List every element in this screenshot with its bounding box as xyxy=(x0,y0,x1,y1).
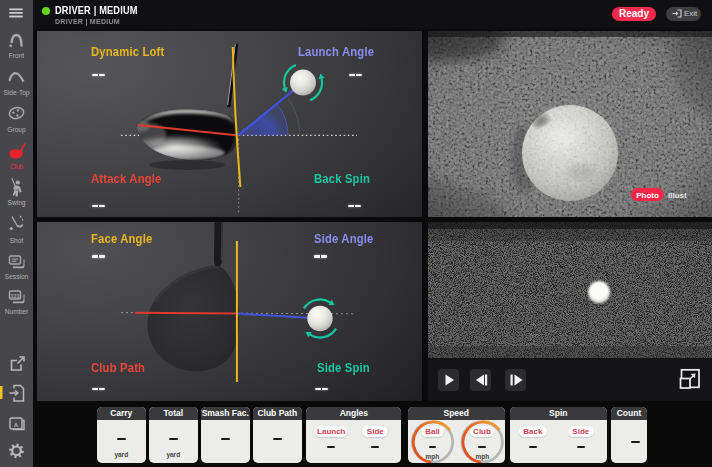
svg-text:A: A xyxy=(14,422,19,428)
svg-text:Side·Top: Side·Top xyxy=(3,89,29,97)
svg-text:Photo: Photo xyxy=(636,191,659,200)
svg-text:123: 123 xyxy=(11,293,20,299)
svg-text:Club: Club xyxy=(10,163,24,170)
svg-text:Number: Number xyxy=(5,308,29,315)
svg-text:Swing: Swing xyxy=(8,199,26,207)
svg-text:Session: Session xyxy=(5,273,29,280)
svg-text:Group: Group xyxy=(7,126,26,134)
svg-text:Front: Front xyxy=(9,52,25,59)
svg-text:Illust: Illust xyxy=(668,191,687,200)
svg-text:Shot: Shot xyxy=(10,237,24,244)
